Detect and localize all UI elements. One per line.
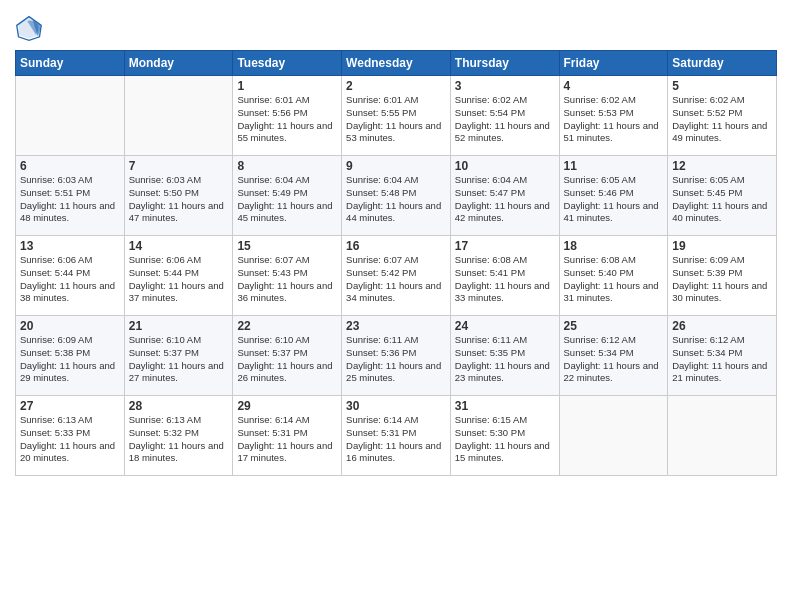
calendar-cell: 1Sunrise: 6:01 AM Sunset: 5:56 PM Daylig… bbox=[233, 76, 342, 156]
day-info: Sunrise: 6:06 AM Sunset: 5:44 PM Dayligh… bbox=[129, 254, 229, 305]
calendar-week-row: 27Sunrise: 6:13 AM Sunset: 5:33 PM Dayli… bbox=[16, 396, 777, 476]
calendar-cell: 4Sunrise: 6:02 AM Sunset: 5:53 PM Daylig… bbox=[559, 76, 668, 156]
calendar-cell: 8Sunrise: 6:04 AM Sunset: 5:49 PM Daylig… bbox=[233, 156, 342, 236]
calendar-cell: 19Sunrise: 6:09 AM Sunset: 5:39 PM Dayli… bbox=[668, 236, 777, 316]
header-thursday: Thursday bbox=[450, 51, 559, 76]
day-number: 18 bbox=[564, 239, 664, 253]
calendar-cell bbox=[124, 76, 233, 156]
day-number: 3 bbox=[455, 79, 555, 93]
day-info: Sunrise: 6:02 AM Sunset: 5:54 PM Dayligh… bbox=[455, 94, 555, 145]
day-number: 4 bbox=[564, 79, 664, 93]
day-number: 11 bbox=[564, 159, 664, 173]
calendar-cell: 9Sunrise: 6:04 AM Sunset: 5:48 PM Daylig… bbox=[342, 156, 451, 236]
day-number: 28 bbox=[129, 399, 229, 413]
day-number: 1 bbox=[237, 79, 337, 93]
calendar-cell: 31Sunrise: 6:15 AM Sunset: 5:30 PM Dayli… bbox=[450, 396, 559, 476]
day-number: 21 bbox=[129, 319, 229, 333]
day-info: Sunrise: 6:05 AM Sunset: 5:45 PM Dayligh… bbox=[672, 174, 772, 225]
header-sunday: Sunday bbox=[16, 51, 125, 76]
calendar-cell: 16Sunrise: 6:07 AM Sunset: 5:42 PM Dayli… bbox=[342, 236, 451, 316]
logo bbox=[15, 14, 47, 42]
day-info: Sunrise: 6:03 AM Sunset: 5:51 PM Dayligh… bbox=[20, 174, 120, 225]
day-info: Sunrise: 6:15 AM Sunset: 5:30 PM Dayligh… bbox=[455, 414, 555, 465]
day-number: 8 bbox=[237, 159, 337, 173]
calendar-cell: 5Sunrise: 6:02 AM Sunset: 5:52 PM Daylig… bbox=[668, 76, 777, 156]
day-number: 10 bbox=[455, 159, 555, 173]
header-wednesday: Wednesday bbox=[342, 51, 451, 76]
day-number: 31 bbox=[455, 399, 555, 413]
day-number: 19 bbox=[672, 239, 772, 253]
calendar-cell: 30Sunrise: 6:14 AM Sunset: 5:31 PM Dayli… bbox=[342, 396, 451, 476]
calendar-cell: 21Sunrise: 6:10 AM Sunset: 5:37 PM Dayli… bbox=[124, 316, 233, 396]
calendar-cell: 28Sunrise: 6:13 AM Sunset: 5:32 PM Dayli… bbox=[124, 396, 233, 476]
calendar-cell: 24Sunrise: 6:11 AM Sunset: 5:35 PM Dayli… bbox=[450, 316, 559, 396]
day-info: Sunrise: 6:13 AM Sunset: 5:32 PM Dayligh… bbox=[129, 414, 229, 465]
day-number: 22 bbox=[237, 319, 337, 333]
day-number: 9 bbox=[346, 159, 446, 173]
calendar-table: Sunday Monday Tuesday Wednesday Thursday… bbox=[15, 50, 777, 476]
day-info: Sunrise: 6:04 AM Sunset: 5:49 PM Dayligh… bbox=[237, 174, 337, 225]
day-info: Sunrise: 6:09 AM Sunset: 5:38 PM Dayligh… bbox=[20, 334, 120, 385]
day-info: Sunrise: 6:10 AM Sunset: 5:37 PM Dayligh… bbox=[129, 334, 229, 385]
calendar-cell: 17Sunrise: 6:08 AM Sunset: 5:41 PM Dayli… bbox=[450, 236, 559, 316]
day-info: Sunrise: 6:01 AM Sunset: 5:55 PM Dayligh… bbox=[346, 94, 446, 145]
calendar-cell: 6Sunrise: 6:03 AM Sunset: 5:51 PM Daylig… bbox=[16, 156, 125, 236]
calendar-cell: 25Sunrise: 6:12 AM Sunset: 5:34 PM Dayli… bbox=[559, 316, 668, 396]
header bbox=[15, 10, 777, 42]
day-info: Sunrise: 6:07 AM Sunset: 5:43 PM Dayligh… bbox=[237, 254, 337, 305]
day-info: Sunrise: 6:11 AM Sunset: 5:35 PM Dayligh… bbox=[455, 334, 555, 385]
day-info: Sunrise: 6:14 AM Sunset: 5:31 PM Dayligh… bbox=[346, 414, 446, 465]
calendar-cell: 26Sunrise: 6:12 AM Sunset: 5:34 PM Dayli… bbox=[668, 316, 777, 396]
day-number: 7 bbox=[129, 159, 229, 173]
day-number: 13 bbox=[20, 239, 120, 253]
calendar-cell: 12Sunrise: 6:05 AM Sunset: 5:45 PM Dayli… bbox=[668, 156, 777, 236]
day-info: Sunrise: 6:01 AM Sunset: 5:56 PM Dayligh… bbox=[237, 94, 337, 145]
calendar-cell: 18Sunrise: 6:08 AM Sunset: 5:40 PM Dayli… bbox=[559, 236, 668, 316]
calendar-cell: 20Sunrise: 6:09 AM Sunset: 5:38 PM Dayli… bbox=[16, 316, 125, 396]
day-info: Sunrise: 6:02 AM Sunset: 5:52 PM Dayligh… bbox=[672, 94, 772, 145]
day-number: 2 bbox=[346, 79, 446, 93]
calendar-cell bbox=[559, 396, 668, 476]
day-info: Sunrise: 6:07 AM Sunset: 5:42 PM Dayligh… bbox=[346, 254, 446, 305]
day-number: 23 bbox=[346, 319, 446, 333]
calendar-cell: 27Sunrise: 6:13 AM Sunset: 5:33 PM Dayli… bbox=[16, 396, 125, 476]
page: Sunday Monday Tuesday Wednesday Thursday… bbox=[0, 0, 792, 612]
day-number: 12 bbox=[672, 159, 772, 173]
day-number: 6 bbox=[20, 159, 120, 173]
day-number: 5 bbox=[672, 79, 772, 93]
calendar-cell: 22Sunrise: 6:10 AM Sunset: 5:37 PM Dayli… bbox=[233, 316, 342, 396]
weekday-header-row: Sunday Monday Tuesday Wednesday Thursday… bbox=[16, 51, 777, 76]
day-info: Sunrise: 6:08 AM Sunset: 5:40 PM Dayligh… bbox=[564, 254, 664, 305]
day-number: 14 bbox=[129, 239, 229, 253]
header-tuesday: Tuesday bbox=[233, 51, 342, 76]
day-number: 24 bbox=[455, 319, 555, 333]
day-number: 16 bbox=[346, 239, 446, 253]
day-number: 25 bbox=[564, 319, 664, 333]
day-info: Sunrise: 6:11 AM Sunset: 5:36 PM Dayligh… bbox=[346, 334, 446, 385]
calendar-week-row: 13Sunrise: 6:06 AM Sunset: 5:44 PM Dayli… bbox=[16, 236, 777, 316]
calendar-cell: 7Sunrise: 6:03 AM Sunset: 5:50 PM Daylig… bbox=[124, 156, 233, 236]
calendar-cell: 10Sunrise: 6:04 AM Sunset: 5:47 PM Dayli… bbox=[450, 156, 559, 236]
calendar-cell: 14Sunrise: 6:06 AM Sunset: 5:44 PM Dayli… bbox=[124, 236, 233, 316]
calendar-cell: 11Sunrise: 6:05 AM Sunset: 5:46 PM Dayli… bbox=[559, 156, 668, 236]
calendar-cell bbox=[16, 76, 125, 156]
calendar-cell bbox=[668, 396, 777, 476]
header-monday: Monday bbox=[124, 51, 233, 76]
day-info: Sunrise: 6:04 AM Sunset: 5:47 PM Dayligh… bbox=[455, 174, 555, 225]
day-info: Sunrise: 6:06 AM Sunset: 5:44 PM Dayligh… bbox=[20, 254, 120, 305]
day-number: 20 bbox=[20, 319, 120, 333]
calendar-week-row: 6Sunrise: 6:03 AM Sunset: 5:51 PM Daylig… bbox=[16, 156, 777, 236]
day-number: 26 bbox=[672, 319, 772, 333]
day-number: 15 bbox=[237, 239, 337, 253]
day-number: 30 bbox=[346, 399, 446, 413]
day-number: 27 bbox=[20, 399, 120, 413]
calendar-week-row: 1Sunrise: 6:01 AM Sunset: 5:56 PM Daylig… bbox=[16, 76, 777, 156]
calendar-cell: 3Sunrise: 6:02 AM Sunset: 5:54 PM Daylig… bbox=[450, 76, 559, 156]
calendar-cell: 29Sunrise: 6:14 AM Sunset: 5:31 PM Dayli… bbox=[233, 396, 342, 476]
day-info: Sunrise: 6:10 AM Sunset: 5:37 PM Dayligh… bbox=[237, 334, 337, 385]
calendar-week-row: 20Sunrise: 6:09 AM Sunset: 5:38 PM Dayli… bbox=[16, 316, 777, 396]
day-info: Sunrise: 6:09 AM Sunset: 5:39 PM Dayligh… bbox=[672, 254, 772, 305]
day-info: Sunrise: 6:14 AM Sunset: 5:31 PM Dayligh… bbox=[237, 414, 337, 465]
day-info: Sunrise: 6:12 AM Sunset: 5:34 PM Dayligh… bbox=[672, 334, 772, 385]
day-info: Sunrise: 6:03 AM Sunset: 5:50 PM Dayligh… bbox=[129, 174, 229, 225]
